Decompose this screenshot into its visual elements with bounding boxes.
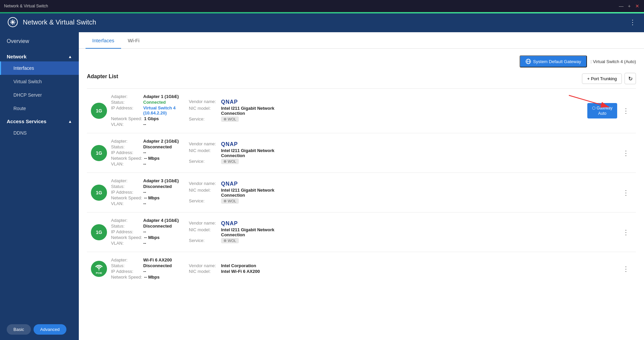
sidebar: Overview Network ▲ Interfaces Virtual Sw… <box>0 32 79 340</box>
basic-mode-button[interactable]: Basic <box>7 324 31 335</box>
adapter-field-label: Adapter: <box>111 94 141 99</box>
sidebar-item-overview[interactable]: Overview <box>0 32 79 50</box>
port-trunking-button[interactable]: + Port Trunking <box>582 74 622 84</box>
adapter-2-actions: ⋮ <box>620 148 632 158</box>
content-body: System Default Gateway : Virtual Switch … <box>79 49 644 340</box>
adapter-3-ip: -- <box>143 190 146 195</box>
adapter-5-more-button[interactable]: ⋮ <box>620 263 632 274</box>
vlan-field-label: VLAN: <box>111 122 141 127</box>
advanced-mode-button[interactable]: Advanced <box>34 324 66 335</box>
adapter-list: 1G Adapter: Adapter 1 (1GbE) Status: Con… <box>87 88 636 286</box>
adapter-4-vlan: -- <box>143 241 146 246</box>
adapter-1-actions: ⬡ Gateway Auto ⋮ <box>587 103 632 118</box>
adapter-5-actions: ⋮ <box>620 263 632 274</box>
intel-corp-label: Intel Corporation <box>221 263 256 268</box>
adapter-5-info: Adapter: Wi-Fi 6 AX200 Status: Disconnec… <box>111 257 185 280</box>
adapter-icon-5: PCIE <box>91 261 107 277</box>
adapter-list-title: Adapter List <box>87 74 118 80</box>
adapter-5-vendor: Vendor name: Intel Corporation NIC model… <box>189 263 283 275</box>
adapter-2-more-button[interactable]: ⋮ <box>620 148 632 158</box>
adapter-5-speed: -- Mbps <box>144 275 160 280</box>
table-row: 1G Adapter: Adapter 3 (1GbE) Status: Dis… <box>87 173 636 212</box>
title-bar: Network & Virtual Switch — + ✕ <box>0 0 644 12</box>
gateway-value-label: : Virtual Switch 4 (Auto) <box>590 59 636 64</box>
toolbar-row: System Default Gateway : Virtual Switch … <box>87 55 636 67</box>
adapter-2-name: Adapter 2 (1GbE) <box>143 139 179 144</box>
adapter-icon-1: 1G <box>91 103 107 119</box>
adapter-2-nic: Intel I211 Gigabit Network Connection <box>221 148 283 158</box>
adapter-2-ip: -- <box>143 150 146 155</box>
adapter-2-vlan: -- <box>143 161 146 166</box>
ip-field-label: IP Address: <box>111 105 141 115</box>
table-row: PCIE Adapter: Wi-Fi 6 AX200 Status: Disc… <box>87 252 636 286</box>
close-button[interactable]: ✕ <box>635 3 640 9</box>
app-header: Network & Virtual Switch ⋮ <box>0 12 644 32</box>
adapter-icon-3: 1G <box>91 185 107 201</box>
adapter-3-nic: Intel I211 Gigabit Network Connection <box>221 188 283 198</box>
adapter-actions-row: + Port Trunking ↻ <box>582 73 636 84</box>
speed-field-label: Network Speed: <box>111 116 142 121</box>
status-field-label: Status: <box>111 100 141 105</box>
wol-badge: WOL <box>221 116 239 122</box>
sidebar-item-dhcp-server[interactable]: DHCP Server <box>0 88 79 102</box>
sidebar-item-interfaces[interactable]: Interfaces <box>0 61 79 75</box>
adapter-4-status: Disconnected <box>143 224 172 229</box>
sidebar-bottom-buttons: Basic Advanced <box>0 319 79 340</box>
adapter-3-vendor: Vendor name: QNAP NIC model: Intel I211 … <box>189 181 283 204</box>
gateway-auto-button[interactable]: ⬡ Gateway Auto <box>587 103 617 118</box>
adapter-1-speed: 1 Gbps <box>144 116 159 121</box>
adapter-3-info: Adapter: Adapter 3 (1GbE) Status: Discon… <box>111 178 185 207</box>
sidebar-section-network: Network ▲ <box>0 50 79 61</box>
sidebar-item-route[interactable]: Route <box>0 102 79 115</box>
adapter-4-vendor: Vendor name: QNAP NIC model: Intel I211 … <box>189 221 283 244</box>
adapter-list-header: Adapter List + Port Trunking ↻ <box>87 73 636 84</box>
wol-badge-2: WOL <box>221 159 239 164</box>
title-bar-text: Network & Virtual Switch <box>4 4 619 8</box>
adapter-5-name: Wi-Fi 6 AX200 <box>143 257 172 262</box>
qnap-logo-3: QNAP <box>221 181 238 187</box>
qnap-logo-4: QNAP <box>221 221 238 227</box>
system-default-gateway-button[interactable]: System Default Gateway <box>520 55 587 67</box>
adapter-2-vendor: Vendor name: QNAP NIC model: Intel I211 … <box>189 141 283 165</box>
adapter-1-ip[interactable]: Virtual Switch 4 (10.64.2.20) <box>143 105 185 115</box>
adapter-1-info: Adapter: Adapter 1 (1GbE) Status: Connec… <box>111 94 185 128</box>
tab-wifi[interactable]: Wi-Fi <box>121 32 146 49</box>
adapter-5-status: Disconnected <box>143 263 172 268</box>
adapter-4-name: Adapter 4 (1GbE) <box>143 218 179 223</box>
wol-badge-3: WOL <box>221 198 239 204</box>
refresh-button[interactable]: ↻ <box>625 73 636 84</box>
adapter-1-vlan: -- <box>143 122 146 127</box>
adapter-icon-4: 1G <box>91 224 107 240</box>
svg-point-8 <box>99 269 100 270</box>
adapter-2-info: Adapter: Adapter 2 (1GbE) Status: Discon… <box>111 139 185 167</box>
sidebar-item-ddns[interactable]: DDNS <box>0 126 79 140</box>
tab-interfaces[interactable]: Interfaces <box>86 32 121 49</box>
more-options-button[interactable]: ⋮ <box>628 17 637 28</box>
adapter-icon-2: 1G <box>91 145 107 161</box>
qnap-logo-2: QNAP <box>221 141 238 147</box>
network-icon <box>526 59 531 64</box>
app-title: Network & Virtual Switch <box>23 18 624 26</box>
adapter-5-ip: -- <box>143 269 146 274</box>
adapter-3-vlan: -- <box>143 201 146 206</box>
qnap-logo: QNAP <box>221 99 238 105</box>
adapter-4-info: Adapter: Adapter 4 (1GbE) Status: Discon… <box>111 218 185 246</box>
adapter-4-speed: -- Mbps <box>144 235 160 240</box>
chevron-up-icon-2: ▲ <box>68 119 72 124</box>
maximize-button[interactable]: + <box>627 3 632 9</box>
adapter-3-speed: -- Mbps <box>144 195 160 200</box>
adapter-3-name: Adapter 3 (1GbE) <box>143 178 179 183</box>
content-area: Interfaces Wi-Fi System Default Gateway … <box>79 32 644 340</box>
sidebar-section-access-services: Access Services ▲ <box>0 115 79 126</box>
chevron-up-icon: ▲ <box>68 54 72 59</box>
table-row: 1G Adapter: Adapter 2 (1GbE) Status: Dis… <box>87 133 636 173</box>
top-accent-bar <box>0 12 644 13</box>
window-controls: — + ✕ <box>619 3 640 9</box>
adapter-2-speed: -- Mbps <box>144 156 160 161</box>
adapter-3-more-button[interactable]: ⋮ <box>620 187 632 198</box>
table-row: 1G Adapter: Adapter 4 (1GbE) Status: Dis… <box>87 212 636 252</box>
adapter-4-more-button[interactable]: ⋮ <box>620 227 632 238</box>
sidebar-item-virtual-switch[interactable]: Virtual Switch <box>0 75 79 88</box>
adapter-1-more-button[interactable]: ⋮ <box>620 105 632 116</box>
minimize-button[interactable]: — <box>619 3 624 9</box>
